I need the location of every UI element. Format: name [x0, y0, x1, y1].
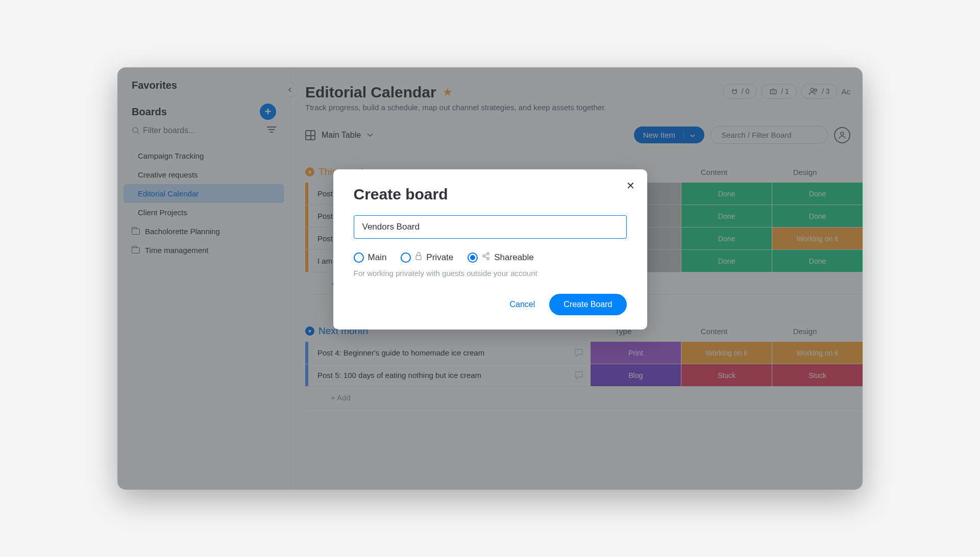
- radio-shareable[interactable]: Shareable: [468, 252, 534, 263]
- lock-icon: [415, 252, 422, 263]
- radio-label: Shareable: [494, 252, 534, 263]
- svg-line-17: [485, 257, 487, 258]
- radio-icon: [354, 252, 364, 263]
- close-button[interactable]: ✕: [626, 180, 635, 192]
- modal-overlay[interactable]: ✕ Create board Main Private Shareable: [117, 67, 863, 490]
- radio-label: Private: [426, 252, 453, 263]
- create-board-button[interactable]: Create Board: [549, 294, 626, 315]
- create-board-modal: ✕ Create board Main Private Shareable: [333, 169, 647, 330]
- svg-rect-12: [416, 256, 421, 260]
- svg-point-13: [487, 252, 489, 255]
- modal-help-text: For working privately with guests outsid…: [354, 269, 627, 277]
- svg-point-15: [487, 258, 489, 260]
- radio-icon: [468, 252, 478, 263]
- cancel-button[interactable]: Cancel: [510, 300, 535, 309]
- radio-main[interactable]: Main: [354, 252, 387, 263]
- radio-label: Main: [368, 252, 387, 263]
- share-icon: [482, 252, 490, 263]
- modal-title: Create board: [354, 186, 627, 203]
- radio-icon: [401, 252, 411, 263]
- radio-private[interactable]: Private: [401, 252, 453, 263]
- svg-line-16: [485, 254, 487, 256]
- app-window: Favorites Boards + Campaign Tracking Cre…: [117, 67, 863, 490]
- board-name-input[interactable]: [354, 215, 627, 239]
- svg-point-14: [483, 255, 485, 257]
